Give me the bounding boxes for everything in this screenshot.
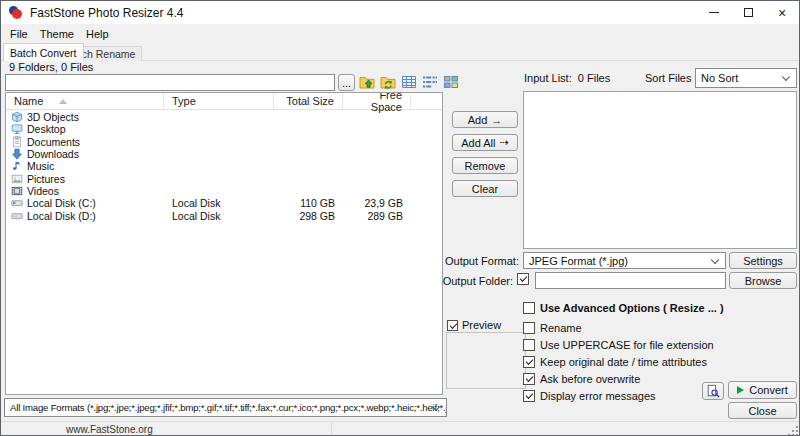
close-icon: × — [778, 6, 786, 20]
item-name: 3D Objects — [27, 111, 79, 123]
checkbox-label: Rename — [540, 322, 582, 334]
table-row[interactable]: Documents — [6, 136, 442, 148]
statusbar: www.FastStone.org — [1, 421, 799, 436]
item-icon — [11, 173, 23, 185]
checkbox-label: Ask before overwrite — [540, 373, 640, 385]
column-header-type[interactable]: Type — [164, 93, 274, 109]
item-type: Local Disk — [164, 197, 274, 209]
table-row[interactable]: Desktop — [6, 123, 442, 135]
advanced-options-row[interactable]: Use Advanced Options ( Resize ... ) — [523, 302, 724, 314]
view-thumbs-icon[interactable] — [443, 74, 459, 90]
image-format-filter-select[interactable]: All Image Formats (*.jpg;*.jpe;*.jpeg;*.… — [4, 398, 447, 417]
remove-button[interactable]: Remove — [452, 157, 518, 174]
table-row[interactable]: Local Disk (D:) Local Disk 298 GB 289 GB — [6, 209, 442, 221]
checkbox-label: Keep original date / time attributes — [540, 356, 707, 368]
option-checkbox-row[interactable]: Use UPPERCASE for file extension — [523, 336, 793, 353]
checkbox-label: Display error messages — [540, 390, 656, 402]
menubar: File Theme Help — [1, 24, 799, 43]
item-name: Downloads — [27, 148, 79, 160]
input-file-listbox[interactable] — [523, 91, 797, 249]
item-name: Pictures — [27, 173, 65, 185]
sort-files-select[interactable]: No Sort — [695, 68, 797, 88]
clear-button[interactable]: Clear — [452, 180, 518, 197]
item-total-size: 110 GB — [274, 197, 343, 209]
close-window-button[interactable]: × — [765, 1, 799, 24]
checkbox[interactable] — [523, 390, 535, 402]
maximize-icon — [744, 8, 753, 17]
output-format-value: JPEG Format (*.jpg) — [529, 255, 628, 267]
checkbox[interactable] — [523, 322, 535, 334]
item-free-space: 289 GB — [343, 210, 411, 222]
titlebar: FastStone Photo Resizer 4.4 × — [1, 1, 799, 24]
output-format-select[interactable]: JPEG Format (*.jpg) — [523, 252, 726, 269]
tab-batch-convert[interactable]: Batch Convert — [3, 43, 84, 61]
maximize-button[interactable] — [731, 1, 765, 24]
convert-button[interactable]: Convert — [728, 381, 797, 399]
item-free-space: 23,9 GB — [343, 197, 411, 209]
folder-tree-panel[interactable]: Name Type Total Size Free Space 3D Objec… — [5, 92, 443, 395]
table-row[interactable]: Videos — [6, 185, 442, 197]
column-header-name-label: Name — [14, 95, 43, 107]
checkbox[interactable] — [523, 339, 535, 351]
preview-checkbox[interactable] — [447, 320, 458, 331]
column-header-free-space[interactable]: Free Space — [343, 93, 411, 109]
item-name: Local Disk (C:) — [27, 197, 96, 209]
minimize-button[interactable] — [697, 1, 731, 24]
item-name: Desktop — [27, 123, 66, 135]
website-label: www.FastStone.org — [66, 424, 153, 435]
convert-label: Convert — [749, 384, 788, 396]
output-format-label: Output Format: — [429, 255, 519, 267]
add-all-button[interactable]: Add All⇢ — [452, 134, 518, 151]
item-name: Videos — [27, 185, 59, 197]
table-row[interactable]: Pictures — [6, 172, 442, 184]
browser-toolbar-icons — [359, 74, 459, 90]
chevron-down-icon — [782, 73, 790, 81]
column-header-row: Name Type Total Size Free Space — [6, 93, 442, 110]
item-icon — [11, 111, 23, 123]
item-icon — [11, 123, 23, 135]
checkbox[interactable] — [523, 373, 535, 385]
advanced-options-label: Use Advanced Options ( Resize ... ) — [540, 302, 724, 314]
preview-document-icon — [706, 384, 720, 398]
browse-folder-button[interactable]: Browse — [729, 272, 797, 289]
output-folder-checkbox[interactable] — [517, 273, 529, 285]
item-type: Local Disk — [164, 210, 274, 222]
item-icon — [11, 148, 23, 160]
folder-up-icon[interactable] — [359, 74, 375, 90]
view-details-icon[interactable] — [401, 74, 417, 90]
item-name: Music — [27, 160, 54, 172]
item-icon — [11, 185, 23, 197]
add-all-label: Add All — [461, 137, 495, 149]
view-list-icon[interactable] — [422, 74, 438, 90]
column-header-total-size[interactable]: Total Size — [274, 93, 343, 109]
preview-row[interactable]: Preview — [447, 319, 501, 331]
menu-file[interactable]: File — [4, 26, 34, 42]
window-controls: × — [697, 1, 799, 24]
status-divider — [331, 423, 332, 436]
preview-label: Preview — [462, 319, 501, 331]
column-header-name[interactable]: Name — [6, 93, 164, 109]
settings-button[interactable]: Settings — [729, 252, 797, 269]
table-row[interactable]: Local Disk (C:) Local Disk 110 GB 23,9 G… — [6, 197, 442, 209]
close-button[interactable]: Close — [728, 402, 797, 419]
resize-grip[interactable] — [786, 424, 798, 436]
item-icon — [11, 160, 23, 172]
table-row[interactable]: Downloads — [6, 148, 442, 160]
folder-refresh-icon[interactable] — [380, 74, 396, 90]
menu-help[interactable]: Help — [80, 26, 115, 42]
output-folder-input[interactable] — [535, 272, 726, 289]
checkbox[interactable] — [523, 356, 535, 368]
table-row[interactable]: Music — [6, 160, 442, 172]
add-button[interactable]: Add→ — [452, 111, 518, 128]
app-window: FastStone Photo Resizer 4.4 × File Theme… — [0, 0, 800, 436]
play-icon — [737, 386, 744, 394]
option-checkbox-row[interactable]: Rename — [523, 319, 793, 336]
advanced-options-checkbox[interactable] — [523, 302, 535, 314]
path-input[interactable] — [5, 74, 335, 91]
preview-convert-button[interactable] — [702, 382, 724, 400]
option-checkbox-row[interactable]: Keep original date / time attributes — [523, 353, 793, 370]
item-name: Documents — [27, 136, 80, 148]
menu-theme[interactable]: Theme — [34, 26, 80, 42]
browse-path-button[interactable]: ... — [338, 74, 355, 91]
sort-ascending-icon — [59, 99, 67, 104]
